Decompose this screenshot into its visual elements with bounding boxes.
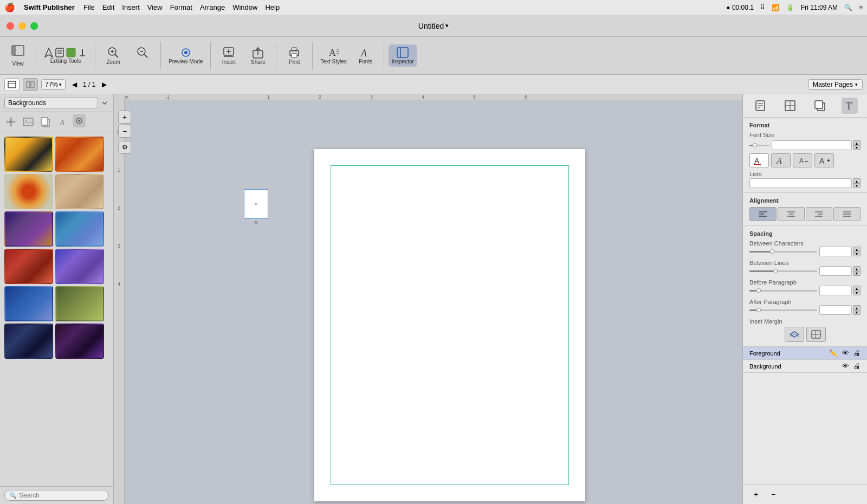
between-lines-track[interactable] — [749, 270, 817, 272]
font-size-up[interactable]: ▲ — [853, 140, 860, 145]
toolbar-zoom-in[interactable]: Zoom — [100, 44, 127, 67]
search-input[interactable] — [19, 492, 104, 499]
thumb-10[interactable] — [55, 286, 104, 321]
align-justify-btn[interactable] — [833, 207, 860, 221]
after-para-input[interactable] — [819, 305, 852, 315]
after-para-track[interactable] — [749, 309, 817, 311]
thumb-2[interactable] — [55, 137, 104, 172]
minimize-button[interactable] — [18, 22, 26, 30]
after-para-down[interactable]: ▼ — [853, 310, 860, 315]
tab-document[interactable] — [752, 98, 768, 114]
thumb-11[interactable] — [4, 324, 53, 359]
toolbar-inspector[interactable]: Inspector — [389, 44, 417, 67]
canvas-scroll[interactable]: A A + − ⚙ — [125, 100, 742, 504]
background-visibility-icon[interactable]: 👁 — [842, 362, 849, 370]
align-right-btn[interactable] — [806, 207, 833, 221]
font-size-input[interactable] — [772, 140, 852, 150]
thumb-1[interactable] — [4, 137, 53, 172]
page-canvas[interactable] — [314, 149, 585, 501]
apple-menu[interactable]: 🍎 — [4, 2, 15, 12]
thumb-4[interactable] — [55, 174, 104, 209]
settings-icon[interactable] — [73, 114, 86, 127]
menu-help[interactable]: Help — [265, 3, 280, 11]
font-size-decrease-btn[interactable]: A — [793, 153, 812, 167]
foreground-visibility-icon[interactable]: 👁 — [842, 349, 849, 357]
tab-layout[interactable] — [782, 98, 798, 114]
between-chars-up[interactable]: ▲ — [853, 247, 860, 251]
thumb-8[interactable] — [55, 249, 104, 284]
toolbar-text-styles[interactable]: A Text Styles — [317, 44, 350, 67]
zoom-minus-btn[interactable]: − — [125, 125, 131, 138]
font-size-increase-btn[interactable]: A — [814, 153, 834, 167]
spread-view-btn[interactable] — [23, 78, 38, 91]
before-para-input[interactable] — [819, 286, 852, 295]
align-center-btn[interactable] — [778, 207, 805, 221]
toolbar-view[interactable]: View — [4, 42, 31, 69]
foreground-edit-icon[interactable]: ✏️ — [829, 349, 838, 357]
toolbar-preview[interactable]: Preview Mode — [165, 44, 206, 67]
toolbar-print[interactable]: Print — [281, 44, 308, 67]
before-para-thumb[interactable] — [756, 288, 761, 293]
search-icon[interactable]: 🔍 — [844, 4, 852, 11]
font-size-thumb[interactable] — [753, 143, 757, 147]
category-select[interactable]: Backgrounds Borders Clipart Photos — [4, 98, 98, 108]
single-page-view-btn[interactable] — [4, 78, 20, 91]
text-icon[interactable]: A — [55, 114, 70, 130]
copy-icon[interactable] — [38, 114, 53, 130]
between-chars-thumb[interactable] — [770, 249, 774, 254]
thumb-3[interactable] — [4, 174, 53, 209]
tab-text[interactable]: T — [842, 98, 858, 114]
toolbar-insert[interactable]: Insert — [215, 44, 242, 67]
between-lines-down[interactable]: ▼ — [853, 271, 860, 276]
text-color-btn[interactable]: A — [749, 153, 769, 167]
lists-down[interactable]: ▼ — [853, 183, 860, 188]
before-para-up[interactable]: ▲ — [853, 286, 860, 290]
maximize-button[interactable] — [30, 22, 38, 30]
inset-grid-btn[interactable] — [806, 327, 826, 342]
between-chars-track[interactable] — [749, 251, 817, 253]
between-chars-down[interactable]: ▼ — [853, 251, 860, 256]
menu-edit[interactable]: Edit — [102, 3, 114, 11]
font-size-track[interactable] — [749, 145, 769, 146]
menu-file[interactable]: File — [83, 3, 95, 11]
before-para-down[interactable]: ▼ — [853, 290, 860, 295]
between-chars-input[interactable] — [819, 247, 852, 256]
toolbar-fonts[interactable]: A Fonts — [352, 44, 379, 67]
toolbar-zoom-out[interactable]: Z — [129, 44, 156, 67]
menu-format[interactable]: Format — [170, 3, 192, 11]
toolbar-editing-tools[interactable]: Editing Tools — [41, 45, 90, 66]
image-icon[interactable] — [21, 114, 36, 130]
menu-view[interactable]: View — [147, 3, 163, 11]
before-para-track[interactable] — [749, 290, 817, 292]
title-dropdown-arrow[interactable]: ▾ — [445, 22, 449, 29]
flower-icon[interactable] — [3, 114, 18, 130]
foreground-print-icon[interactable]: 🖨 — [853, 349, 860, 357]
thumb-12[interactable] — [55, 324, 104, 359]
zoom-plus-btn[interactable]: + — [125, 111, 131, 124]
foreground-layer[interactable]: Foreground ✏️ 👁 🖨 — [743, 347, 867, 360]
tab-arrange[interactable] — [812, 98, 828, 114]
between-lines-thumb[interactable] — [773, 269, 778, 273]
thumb-7[interactable] — [4, 249, 53, 284]
page-prev-btn[interactable]: ◀ — [69, 79, 80, 90]
between-lines-up[interactable]: ▲ — [853, 266, 860, 271]
thumb-6[interactable] — [55, 211, 104, 247]
close-button[interactable] — [7, 22, 14, 30]
mini-page[interactable]: A — [244, 189, 268, 219]
menu-arrange[interactable]: Arrange — [200, 3, 225, 11]
align-left-btn[interactable] — [749, 207, 777, 221]
toolbar-share[interactable]: Share — [244, 44, 271, 67]
after-para-thumb[interactable] — [756, 308, 761, 312]
notification-icon[interactable]: ≡ — [859, 4, 863, 11]
inset-layers-btn[interactable] — [785, 327, 804, 342]
zoom-control[interactable]: 77% ▾ — [41, 79, 66, 90]
thumb-9[interactable] — [4, 286, 53, 321]
add-layer-btn[interactable]: + — [749, 488, 762, 501]
lists-up[interactable]: ▲ — [853, 178, 860, 183]
page-next-btn[interactable]: ▶ — [99, 79, 109, 90]
lists-select[interactable]: Bulleted Numbered — [749, 178, 852, 188]
remove-layer-btn[interactable]: − — [767, 488, 780, 501]
master-pages-btn[interactable]: Master Pages ▾ — [808, 79, 863, 90]
menu-window[interactable]: Window — [232, 3, 257, 11]
between-lines-input[interactable] — [819, 266, 852, 276]
